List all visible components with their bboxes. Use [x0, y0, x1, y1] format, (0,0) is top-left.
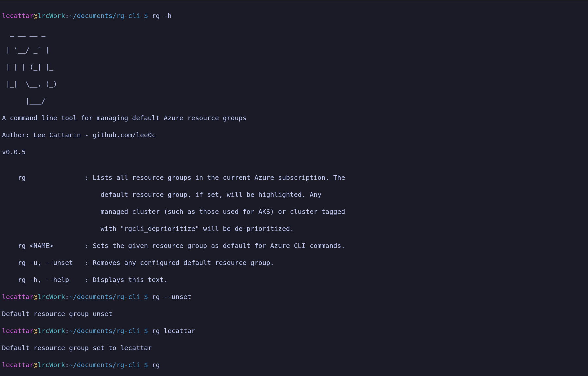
- ascii-art-line: | '__/ _` |: [2, 46, 586, 54]
- ascii-art-line: _ __ __ _: [2, 28, 586, 37]
- ascii-art-line: | | | (_| |_: [2, 63, 586, 71]
- prompt-dollar: $: [140, 12, 152, 20]
- help-usage-line: managed cluster (such as those used for …: [2, 207, 586, 216]
- prompt-path: ~/documents/rg-cli: [69, 12, 140, 20]
- command-rg-unset: rg --unset: [152, 293, 191, 301]
- command-rg-help: rg -h: [152, 12, 172, 20]
- command-rg-list: rg: [152, 361, 160, 369]
- help-version: v0.0.5: [2, 148, 586, 156]
- help-usage-line: default resource group, if set, will be …: [2, 190, 586, 199]
- output-set: Default resource group set to lecattar: [2, 344, 586, 352]
- prompt-colon: :: [65, 12, 69, 20]
- help-description: A command line tool for managing default…: [2, 114, 586, 122]
- help-usage-line: rg -h, --help : Displays this text.: [2, 275, 586, 284]
- prompt-at: @: [33, 12, 37, 20]
- output-unset: Default resource group unset: [2, 310, 586, 318]
- prompt-host: lrcWork: [37, 12, 65, 20]
- terminal-window[interactable]: lecattar@lrcWork:~/documents/rg-cli $ rg…: [0, 0, 588, 376]
- prompt-line-3: lecattar@lrcWork:~/documents/rg-cli $ rg…: [2, 327, 586, 335]
- prompt-line-2: lecattar@lrcWork:~/documents/rg-cli $ rg…: [2, 292, 586, 301]
- help-author: Author: Lee Cattarin - github.com/lee0c: [2, 131, 586, 139]
- help-usage-line: rg : Lists all resource groups in the cu…: [2, 173, 586, 182]
- ascii-art-line: |_| \__, (_): [2, 80, 586, 88]
- prompt-line-4: lecattar@lrcWork:~/documents/rg-cli $ rg: [2, 361, 586, 369]
- help-usage-line: with "rgcli_deprioritize" will be de-pri…: [2, 224, 586, 233]
- prompt-user: lecattar: [2, 12, 33, 20]
- command-rg-set-lecattar: rg lecattar: [152, 327, 195, 335]
- prompt-line-1: lecattar@lrcWork:~/documents/rg-cli $ rg…: [2, 11, 586, 20]
- ascii-art-line: |___/: [2, 97, 586, 105]
- help-usage-line: rg -u, --unset : Removes any configured …: [2, 258, 586, 267]
- help-usage-line: rg <NAME> : Sets the given resource grou…: [2, 241, 586, 250]
